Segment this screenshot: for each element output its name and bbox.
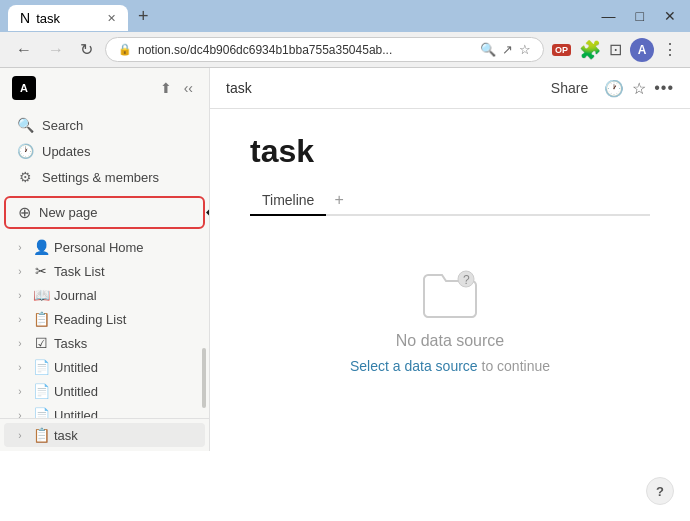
puzzle-extension-icon[interactable]: 🧩 [579,39,601,61]
journal-label: Journal [54,288,197,303]
updates-icon: 🕐 [16,143,34,159]
chevron-untitled-3-icon: › [12,410,28,419]
sidebar-item-untitled-2[interactable]: › 📄 Untitled [4,379,205,403]
workspace-icon[interactable]: A [12,76,36,100]
op-extension-icon[interactable]: OP [552,44,571,56]
sidebar-item-personal-home[interactable]: › 👤 Personal Home [4,235,205,259]
task-list-icon: ✂ [32,263,50,279]
sidebar-item-tasks[interactable]: › ☑ Tasks [4,331,205,355]
new-page-icon: ⊕ [18,203,31,222]
empty-state-suffix: to continue [482,358,551,374]
user-avatar[interactable]: A [630,38,654,62]
untitled-3-icon: 📄 [32,407,50,418]
nav-search-label: Search [42,118,83,133]
tab-title: task [36,11,60,26]
sidebar-collapse-button[interactable]: ‹‹ [180,78,197,98]
history-icon[interactable]: 🕐 [604,79,624,98]
bookmark-url-icon: ☆ [519,42,531,57]
address-bar: ← → ↻ 🔒 notion.so/dc4b906dc6934b1bba755a… [0,32,690,68]
sidebar-item-untitled-1[interactable]: › 📄 Untitled [4,355,205,379]
untitled-1-icon: 📄 [32,359,50,375]
untitled-2-label: Untitled [54,384,197,399]
main-header-title: task [226,80,535,96]
sidebar-item-reading-list[interactable]: › 📋 Reading List [4,307,205,331]
nav-item-updates[interactable]: 🕐 Updates [4,138,205,164]
refresh-button[interactable]: ↻ [76,38,97,61]
sidebar-item-task-bottom[interactable]: › 📋 task [4,423,205,447]
browser-menu-icon[interactable]: ⋮ [662,40,678,59]
split-extension-icon[interactable]: ⊡ [609,40,622,59]
url-text: notion.so/dc4b906dc6934b1bba755a35045ab.… [138,43,474,57]
app-layout: A ⬆ ‹‹ 🔍 Search 🕐 Updates ⚙ Settings & m… [0,68,690,451]
tasks-icon: ☑ [32,335,50,351]
back-button[interactable]: ← [12,39,36,61]
forward-button[interactable]: → [44,39,68,61]
empty-state: ? No data source Select a data source to… [250,216,650,427]
task-list-label: Task List [54,264,197,279]
chevron-untitled-1-icon: › [12,362,28,373]
tab-timeline[interactable]: Timeline [250,186,326,216]
new-page-button[interactable]: ⊕ New page Create a new page [4,196,205,229]
new-tab-button[interactable]: + [132,6,155,27]
main-actions: Share 🕐 ☆ ••• [543,76,674,100]
help-button[interactable]: ? [646,477,674,505]
url-box[interactable]: 🔒 notion.so/dc4b906dc6934b1bba755a35045a… [105,37,544,62]
chevron-task-list-icon: › [12,266,28,277]
select-data-source-link[interactable]: Select a data source [350,358,478,374]
chevron-personal-home-icon: › [12,242,28,253]
empty-folder-icon: ? [420,269,480,324]
search-url-icon: 🔍 [480,42,496,57]
sidebar-header-actions: ⬆ ‹‹ [156,78,197,98]
sidebar-scrollbar[interactable] [202,348,206,408]
chevron-reading-list-icon: › [12,314,28,325]
task-bottom-label: task [54,428,197,443]
chevron-task-bottom-icon: › [12,430,28,441]
nav-item-settings[interactable]: ⚙ Settings & members [4,164,205,190]
sidebar-bottom: › 📋 task [0,418,209,451]
sidebar-item-journal[interactable]: › 📖 Journal [4,283,205,307]
personal-home-icon: 👤 [32,239,50,255]
chevron-journal-icon: › [12,290,28,301]
task-bottom-icon: 📋 [32,427,50,443]
settings-icon: ⚙ [16,169,34,185]
nav-updates-label: Updates [42,144,90,159]
lock-icon: 🔒 [118,43,132,56]
add-tab-button[interactable]: + [326,187,351,213]
maximize-button[interactable]: □ [630,6,650,26]
favorite-icon[interactable]: ☆ [632,79,646,98]
sidebar-nav: 🔍 Search 🕐 Updates ⚙ Settings & members [0,108,209,194]
svg-text:?: ? [463,273,470,287]
new-page-label: New page [39,205,98,220]
personal-home-label: Personal Home [54,240,197,255]
share-button[interactable]: Share [543,76,596,100]
sidebar-tree: › 👤 Personal Home › ✂ Task List › 📖 Jour… [0,231,209,418]
nav-settings-label: Settings & members [42,170,159,185]
reading-list-icon: 📋 [32,311,50,327]
main-content: task Share 🕐 ☆ ••• task Timeline + [210,68,690,451]
notion-favicon: N [20,10,30,26]
tab-close-icon[interactable]: ✕ [107,12,116,25]
untitled-1-label: Untitled [54,360,197,375]
sidebar-item-task-list[interactable]: › ✂ Task List [4,259,205,283]
nav-item-search[interactable]: 🔍 Search [4,112,205,138]
more-options-icon[interactable]: ••• [654,79,674,97]
tabs-bar: Timeline + [250,186,650,216]
window-controls: — □ ✕ [596,6,682,26]
sidebar-item-untitled-3[interactable]: › 📄 Untitled [4,403,205,418]
sidebar-sort-button[interactable]: ⬆ [156,78,176,98]
browser-tab[interactable]: N task ✕ [8,5,128,31]
page-content: task Timeline + ? No data source Select … [210,109,690,451]
untitled-2-icon: 📄 [32,383,50,399]
close-button[interactable]: ✕ [658,6,682,26]
chevron-untitled-2-icon: › [12,386,28,397]
share-url-icon: ↗ [502,42,513,57]
tasks-label: Tasks [54,336,197,351]
main-header: task Share 🕐 ☆ ••• [210,68,690,109]
untitled-3-label: Untitled [54,408,197,419]
chevron-tasks-icon: › [12,338,28,349]
page-title: task [250,133,650,170]
journal-icon: 📖 [32,287,50,303]
minimize-button[interactable]: — [596,6,622,26]
tab-area: N task ✕ + [8,1,155,31]
empty-state-title: No data source [396,332,505,350]
